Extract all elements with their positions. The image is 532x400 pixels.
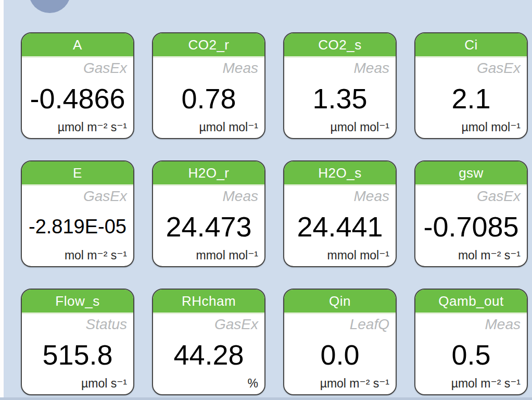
card-value-area: -2.819E-05 [28,204,127,249]
card-title: gsw [459,166,484,180]
card-unit: mmol mol⁻¹ [290,249,389,261]
card-unit: µmol m⁻² s⁻¹ [28,121,127,133]
metric-card-RHcham[interactable]: RHcham GasEx 44.28 % [152,289,265,395]
metric-card-H2O_r[interactable]: H2O_r Meas 24.473 mmol mol⁻¹ [152,160,265,267]
card-value: 2.1 [451,84,490,113]
card-body: Status 515.8 µmol s⁻¹ [22,314,133,394]
card-body: LeafQ 0.0 µmol m⁻² s⁻¹ [284,314,396,394]
card-title: Flow_s [55,294,99,308]
card-value: 24.441 [297,213,383,241]
card-value: -2.819E-05 [29,217,126,236]
card-value: 24.473 [166,213,251,241]
metric-card-Qin[interactable]: Qin LeafQ 0.0 µmol m⁻² s⁻¹ [283,289,397,395]
card-title: CO2_r [188,38,229,52]
card-body: GasEx -2.819E-05 mol m⁻² s⁻¹ [22,186,133,266]
card-title: H2O_r [188,166,229,180]
card-value-area: 1.35 [290,76,389,121]
card-source-label: GasEx [28,189,127,204]
card-header: H2O_s [284,161,396,186]
card-unit: µmol mol⁻¹ [159,121,258,133]
card-unit: µmol m⁻² s⁻¹ [422,378,521,390]
card-header: Qamb_out [415,290,527,314]
metric-card-gsw[interactable]: gsw GasEx -0.7085 mol m⁻² s⁻¹ [414,160,528,267]
card-header: CO2_r [153,33,264,58]
card-value: 0.5 [451,341,490,369]
card-source-label: GasEx [422,189,521,204]
metric-card-CO2_r[interactable]: CO2_r Meas 0.78 µmol mol⁻¹ [152,32,265,139]
card-unit: mol m⁻² s⁻¹ [28,249,127,261]
card-title: A [73,38,82,52]
card-value-area: 0.78 [159,76,258,121]
metric-card-Flow_s[interactable]: Flow_s Status 515.8 µmol s⁻¹ [21,289,134,395]
metric-card-H2O_s[interactable]: H2O_s Meas 24.441 mmol mol⁻¹ [283,160,397,267]
card-value: -0.4866 [30,84,125,113]
card-source-label: GasEx [422,60,521,76]
card-header: Qin [284,290,396,314]
card-title: E [73,166,82,180]
card-source-label: Meas [290,60,389,76]
instrument-display: A GasEx -0.4866 µmol m⁻² s⁻¹ CO2_r Meas … [0,0,532,400]
card-unit: µmol mol⁻¹ [422,121,521,133]
card-source-label: Status [28,317,127,332]
metric-card-A[interactable]: A GasEx -0.4866 µmol m⁻² s⁻¹ [21,32,134,139]
card-title: RHcham [182,294,236,308]
card-unit: mmol mol⁻¹ [159,249,258,261]
card-title: Qamb_out [438,294,503,308]
card-value: 1.35 [312,84,367,113]
card-unit: µmol mol⁻¹ [290,121,389,133]
bottom-edge-strip [0,397,532,400]
card-source-label: Meas [290,189,389,204]
metric-card-E[interactable]: E GasEx -2.819E-05 mol m⁻² s⁻¹ [21,160,134,267]
card-value: 0.0 [320,341,359,369]
card-unit: mol m⁻² s⁻¹ [422,249,521,261]
card-body: Meas 0.5 µmol m⁻² s⁻¹ [415,314,527,394]
card-value: 44.28 [173,341,244,369]
card-title: H2O_s [318,166,361,180]
card-body: GasEx 44.28 % [153,314,264,394]
card-header: A [22,33,133,58]
card-header: gsw [415,161,527,186]
metric-card-CO2_s[interactable]: CO2_s Meas 1.35 µmol mol⁻¹ [283,32,397,139]
left-edge-strip [0,0,4,400]
card-value-area: 44.28 [159,332,258,378]
card-unit: µmol s⁻¹ [28,378,127,390]
card-value: -0.7085 [423,213,518,241]
card-header: Flow_s [22,290,133,314]
metric-grid: A GasEx -0.4866 µmol m⁻² s⁻¹ CO2_r Meas … [21,32,528,395]
card-value: 0.78 [181,84,236,113]
card-source-label: LeafQ [290,317,389,332]
card-body: GasEx -0.4866 µmol m⁻² s⁻¹ [22,58,133,138]
card-body: GasEx 2.1 µmol mol⁻¹ [415,58,527,138]
card-value-area: 24.441 [290,204,389,249]
metric-card-Qamb_out[interactable]: Qamb_out Meas 0.5 µmol m⁻² s⁻¹ [414,289,528,395]
card-value-area: 2.1 [422,76,521,121]
card-body: GasEx -0.7085 mol m⁻² s⁻¹ [415,186,527,266]
card-source-label: GasEx [159,317,258,332]
card-unit: % [159,378,258,390]
card-value-area: -0.7085 [422,204,521,249]
card-value: 515.8 [42,341,112,369]
top-status-circle [29,0,71,13]
card-value-area: 24.473 [159,204,258,249]
card-body: Meas 1.35 µmol mol⁻¹ [284,58,396,138]
card-body: Meas 24.441 mmol mol⁻¹ [284,186,396,266]
card-title: Qin [329,294,351,308]
card-title: CO2_s [318,38,361,52]
card-header: E [22,161,133,186]
card-value-area: 0.5 [422,332,521,378]
card-value-area: -0.4866 [28,76,127,121]
card-source-label: GasEx [28,60,127,76]
card-value-area: 0.0 [290,332,389,378]
card-source-label: Meas [159,189,258,204]
card-header: CO2_s [284,33,396,58]
metric-card-Ci[interactable]: Ci GasEx 2.1 µmol mol⁻¹ [414,32,528,139]
card-header: RHcham [153,290,264,314]
card-source-label: Meas [422,317,521,332]
card-source-label: Meas [159,60,258,76]
card-value-area: 515.8 [28,332,127,378]
card-title: Ci [464,38,478,52]
card-header: H2O_r [153,161,264,186]
card-body: Meas 24.473 mmol mol⁻¹ [153,186,264,266]
card-unit: µmol m⁻² s⁻¹ [290,378,389,390]
card-body: Meas 0.78 µmol mol⁻¹ [153,58,264,138]
